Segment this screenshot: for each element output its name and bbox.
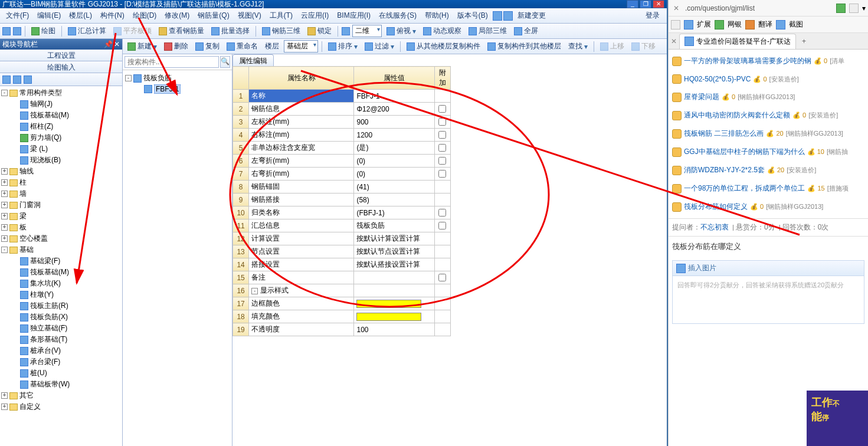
copy-button[interactable]: 复制 — [193, 41, 222, 52]
find-button[interactable]: 查找 — [566, 41, 590, 52]
new-change-button[interactable]: 新建变更 — [514, 9, 549, 22]
tree-item[interactable]: 框柱(Z) — [30, 122, 53, 132]
close-panel-icon[interactable]: ✕ — [114, 40, 120, 48]
tree-item[interactable]: 其它 — [19, 391, 34, 401]
menu-cloud[interactable]: 云应用(I) — [297, 9, 332, 22]
star-icon[interactable] — [849, 4, 859, 13]
tree-item[interactable]: 柱 — [19, 178, 27, 188]
pin-icon[interactable]: 📌 — [104, 40, 113, 48]
filter-button[interactable]: 过滤 — [362, 41, 397, 52]
close-button[interactable]: ✕ — [653, 0, 664, 8]
color-swatch[interactable] — [356, 313, 421, 321]
asker-link[interactable]: 不忘初衷 — [700, 223, 729, 231]
menu-draw[interactable]: 绘图(D) — [129, 9, 161, 22]
batch-select-button[interactable]: 批量选择 — [209, 25, 252, 37]
tree-item[interactable]: 筏板主筋(R) — [30, 301, 68, 311]
menu-rebar[interactable]: 钢筋量(Q) — [194, 9, 232, 22]
back-icon[interactable] — [2, 27, 11, 35]
rename-button[interactable]: 重命名 — [224, 41, 260, 52]
url-text[interactable]: .com/question/gjml/list — [685, 4, 755, 12]
fullscreen-button[interactable]: 全屏 — [512, 25, 541, 37]
prop-extra[interactable] — [434, 168, 450, 181]
move-up-button[interactable]: 上移 — [598, 41, 627, 52]
prop-extra[interactable] — [434, 90, 450, 103]
question-category[interactable]: [措施项 — [827, 184, 849, 193]
prop-extra[interactable] — [434, 323, 450, 336]
prop-value[interactable]: (41) — [354, 181, 434, 194]
tree-item[interactable]: 条形基础(T) — [30, 335, 67, 345]
forward-icon[interactable] — [13, 27, 21, 35]
prop-value[interactable]: 900 — [354, 116, 434, 129]
question-category[interactable]: [安装造价] — [787, 166, 816, 175]
tab-close-icon[interactable]: ✕ — [671, 4, 682, 12]
tree-item[interactable]: 桩承台(V) — [30, 346, 61, 356]
prop-extra[interactable] — [434, 297, 450, 310]
menu-icon-2[interactable] — [503, 11, 513, 21]
question-category[interactable]: [清单 — [830, 57, 844, 65]
menu-view[interactable]: 视图(V) — [234, 9, 265, 22]
tree-item[interactable]: 轴网(J) — [30, 99, 53, 109]
nav-icon3[interactable] — [24, 76, 32, 84]
new-button[interactable]: 新建 — [125, 41, 159, 52]
tree-item[interactable]: 梁 (L) — [30, 144, 48, 154]
expand-icon[interactable] — [2, 76, 11, 84]
question-link[interactable]: 一个98万的单位工程，拆成两个单位工 — [684, 183, 805, 194]
question-link[interactable]: GGJ中基础层中柱子的钢筋下端为什么 — [684, 147, 805, 157]
prop-value[interactable]: FBFJ-1 — [354, 90, 434, 103]
prop-value[interactable]: (58) — [354, 194, 434, 206]
question-link[interactable]: 筏板钢筋 二三排筋怎么画 — [684, 129, 764, 139]
question-link[interactable]: 一平方的带骨架玻璃幕墙需要多少吨的钢 — [684, 56, 811, 66]
question-category[interactable]: [钢筋抽样GGJ2013] — [766, 202, 823, 211]
prop-extra[interactable] — [434, 206, 450, 219]
tree-item[interactable]: 墙 — [19, 189, 27, 199]
answer-textarea[interactable]: 回答即可得2分贡献分，回答被采纳获得系统赠送20贡献分 — [673, 276, 864, 323]
prop-extra[interactable] — [434, 219, 450, 232]
extra-checkbox[interactable] — [438, 274, 446, 281]
question-category[interactable]: [钢筋抽样GGJ2013] — [786, 129, 843, 138]
prop-extra[interactable] — [434, 129, 450, 142]
menu-icon-1[interactable] — [493, 11, 502, 21]
component-type-tree[interactable]: -常用构件类型 轴网(J) 筏板基础(M) 框柱(Z) 剪力墙(Q) 梁 (L)… — [0, 86, 122, 446]
color-swatch[interactable] — [356, 300, 421, 308]
tree-item[interactable]: 基础梁(F) — [30, 256, 60, 266]
menu-file[interactable]: 文件(F) — [2, 9, 32, 22]
tree-item[interactable]: 承台梁(F) — [30, 357, 60, 367]
prop-extra[interactable] — [434, 181, 450, 194]
prop-extra[interactable] — [434, 155, 450, 168]
question-category[interactable]: [安装造价] — [808, 111, 838, 120]
prop-value[interactable] — [354, 271, 434, 284]
prop-extra[interactable] — [434, 245, 450, 258]
delete-button[interactable]: 删除 — [162, 41, 191, 52]
extra-checkbox[interactable] — [438, 209, 446, 217]
nav-tab-draw[interactable]: 绘图输入 — [0, 61, 122, 73]
login-button[interactable]: 登录 — [641, 9, 664, 22]
home-icon[interactable] — [671, 20, 680, 29]
dynamic-view-button[interactable]: 动态观察 — [421, 25, 464, 37]
tree-item[interactable]: 剪力墙(Q) — [30, 133, 61, 143]
prop-extra[interactable] — [434, 142, 450, 155]
grid-icon[interactable] — [684, 20, 693, 29]
ext-translate[interactable]: 翻译 — [758, 19, 772, 29]
menu-help[interactable]: 帮助(H) — [421, 9, 453, 22]
extra-checkbox[interactable] — [438, 144, 446, 152]
tree-item[interactable]: 柱墩(Y) — [30, 290, 54, 300]
menu-floor[interactable]: 楼层(L) — [65, 9, 96, 22]
floor-combo[interactable]: 基础层 — [284, 40, 318, 53]
question-category[interactable]: [钢筋抽 — [827, 147, 848, 156]
rebar-3d-button[interactable]: 钢筋三维 — [260, 25, 303, 37]
sum-calc-button[interactable]: 汇总计算 — [65, 25, 109, 37]
menu-version[interactable]: 版本号(B) — [454, 9, 492, 22]
ext-screenshot[interactable]: 截图 — [789, 19, 803, 29]
prop-value[interactable]: (是) — [354, 142, 434, 155]
tree-item[interactable]: 集水坑(K) — [30, 278, 61, 288]
insert-image-button[interactable]: 插入图片 — [688, 263, 716, 273]
prop-value[interactable]: Φ12@200 — [354, 103, 434, 116]
prop-extra[interactable] — [434, 232, 450, 245]
local-3d-button[interactable]: 局部三维 — [466, 25, 509, 37]
extra-checkbox[interactable] — [438, 222, 446, 229]
bank-icon[interactable] — [715, 20, 724, 29]
prop-extra[interactable] — [434, 284, 450, 297]
tree-item[interactable]: 门窗洞 — [19, 200, 41, 210]
extra-checkbox[interactable] — [438, 170, 446, 178]
tree-item[interactable]: 梁 — [19, 211, 27, 221]
